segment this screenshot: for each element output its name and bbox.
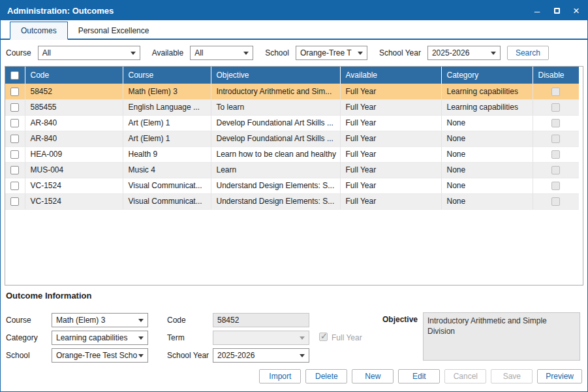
school-select[interactable]: Orange-Tree Test Scho [52, 348, 148, 363]
table-row[interactable]: AR-840 Art (Elem) 1 Develop Foundational… [5, 131, 579, 146]
cell-objective: To learn [211, 99, 340, 115]
row-checkbox[interactable] [10, 197, 19, 206]
cell-available: Full Year [340, 115, 441, 131]
delete-button[interactable]: Delete [305, 369, 347, 384]
available-filter-select[interactable]: All [190, 46, 253, 60]
cell-category: None [441, 115, 533, 131]
column-header-code[interactable]: Code [25, 67, 123, 84]
cell-code: AR-840 [25, 115, 123, 131]
school-label: School [6, 351, 30, 360]
table-row[interactable]: 585455 English Language ... To learn Ful… [5, 99, 579, 115]
cell-disable [533, 162, 579, 178]
preview-button[interactable]: Preview [537, 369, 582, 384]
column-header-disable[interactable]: Disable [533, 67, 579, 84]
cell-disable [533, 131, 579, 146]
cell-disable [533, 84, 579, 99]
table-row[interactable]: HEA-009 Health 9 Learn how to be clean a… [5, 146, 579, 162]
column-header-course[interactable]: Course [123, 67, 211, 84]
course-filter-label: Course [6, 48, 31, 57]
window-title: Administration: Outcomes [7, 6, 114, 16]
cell-objective: Develop Foundational Art Skills ... [211, 115, 340, 131]
full-year-checkbox [319, 333, 328, 341]
course-filter-select[interactable]: All [38, 46, 140, 60]
section-title: Outcome Information [6, 291, 91, 301]
row-select-cell [5, 115, 25, 131]
footer-buttons: ImportDeleteNewEditCancelSavePreview [1, 364, 587, 391]
row-checkbox[interactable] [10, 135, 19, 143]
tab-personal-excellence[interactable]: Personal Excellence [68, 22, 160, 39]
cell-course: Art (Elem) 1 [123, 115, 211, 131]
school-year-select-value: 2025-2026 [217, 351, 255, 360]
school-year-select[interactable]: 2025-2026 [213, 348, 309, 363]
code-label: Code [167, 316, 186, 325]
column-header-category[interactable]: Category [441, 67, 533, 84]
course-select-value: Math (Elem) 3 [56, 316, 105, 325]
table-row[interactable]: 58452 Math (Elem) 3 Introductory Arithme… [5, 84, 579, 99]
school-year-filter-select[interactable]: 2025-2026 [427, 46, 501, 60]
cell-objective: Learn how to be clean and healthy [211, 146, 340, 162]
new-button[interactable]: New [352, 369, 394, 384]
disable-checkbox [551, 182, 560, 190]
disable-checkbox [551, 166, 560, 174]
tab-outcomes[interactable]: Outcomes [10, 22, 68, 40]
category-select-value: Learning capabilities [56, 333, 127, 342]
school-year-filter-label: School Year [379, 48, 421, 57]
cell-course: Health 9 [123, 146, 211, 162]
row-checkbox[interactable] [10, 88, 19, 96]
disable-checkbox [551, 119, 560, 127]
row-select-cell [5, 193, 25, 209]
cell-objective: Introductory Arithmetic and Sim... [211, 84, 340, 99]
available-filter-value: All [194, 48, 203, 57]
import-button[interactable]: Import [259, 369, 301, 384]
select-all-checkbox[interactable] [10, 71, 19, 80]
category-select[interactable]: Learning capabilities [52, 331, 148, 345]
cell-code: 58452 [25, 84, 123, 99]
cancel-button: Cancel [444, 369, 486, 384]
row-checkbox[interactable] [10, 103, 19, 112]
cell-course: Math (Elem) 3 [123, 84, 211, 99]
row-select-cell [5, 99, 25, 115]
cell-disable [533, 193, 579, 209]
cell-code: 585455 [25, 99, 123, 115]
code-field: 58452 [213, 313, 309, 327]
row-checkbox[interactable] [10, 182, 19, 190]
row-select-cell [5, 178, 25, 193]
cell-disable [533, 146, 579, 162]
available-filter-label: Available [152, 48, 183, 57]
row-checkbox[interactable] [10, 119, 19, 127]
outcomes-table: Code Course Objective Available Category… [5, 66, 583, 286]
cell-disable [533, 115, 579, 131]
table-row[interactable]: VC-1524 Visual Communicat... Understand … [5, 178, 579, 193]
outcome-information-section: Outcome Information Course Math (Elem) 3… [1, 286, 587, 364]
cell-code: MUS-004 [25, 162, 123, 178]
category-label: Category [6, 333, 38, 342]
save-button: Save [491, 369, 533, 384]
table-row[interactable]: MUS-004 Music 4 Learn Full Year None [5, 162, 579, 178]
cell-code: AR-840 [25, 131, 123, 146]
school-filter-select[interactable]: Orange-Tree T [296, 46, 367, 60]
cell-objective: Develop Foundational Art Skills ... [211, 131, 340, 146]
restore-icon[interactable] [552, 6, 561, 15]
cell-category: None [441, 178, 533, 193]
table-row[interactable]: VC-1524 Visual Communicat... Understand … [5, 193, 579, 209]
minimize-icon[interactable]: – [533, 6, 542, 15]
cell-available: Full Year [340, 99, 441, 115]
school-year-filter-value: 2025-2026 [432, 48, 469, 57]
close-icon[interactable]: × [572, 6, 581, 15]
cell-available: Full Year [340, 162, 441, 178]
full-year-label: Full Year [332, 333, 362, 342]
table-row[interactable]: AR-840 Art (Elem) 1 Develop Foundational… [5, 115, 579, 131]
cell-code: HEA-009 [25, 146, 123, 162]
course-select[interactable]: Math (Elem) 3 [52, 313, 148, 327]
row-checkbox[interactable] [10, 150, 19, 159]
cell-objective: Learn [211, 162, 340, 178]
column-header-objective[interactable]: Objective [211, 67, 340, 84]
select-all-header-cell [5, 67, 25, 84]
cell-category: None [441, 193, 533, 209]
search-button[interactable]: Search [507, 46, 549, 60]
column-header-available[interactable]: Available [340, 67, 441, 84]
objective-label: Objective [382, 315, 418, 324]
row-checkbox[interactable] [10, 166, 19, 174]
edit-button[interactable]: Edit [398, 369, 440, 384]
disable-checkbox [551, 150, 560, 159]
